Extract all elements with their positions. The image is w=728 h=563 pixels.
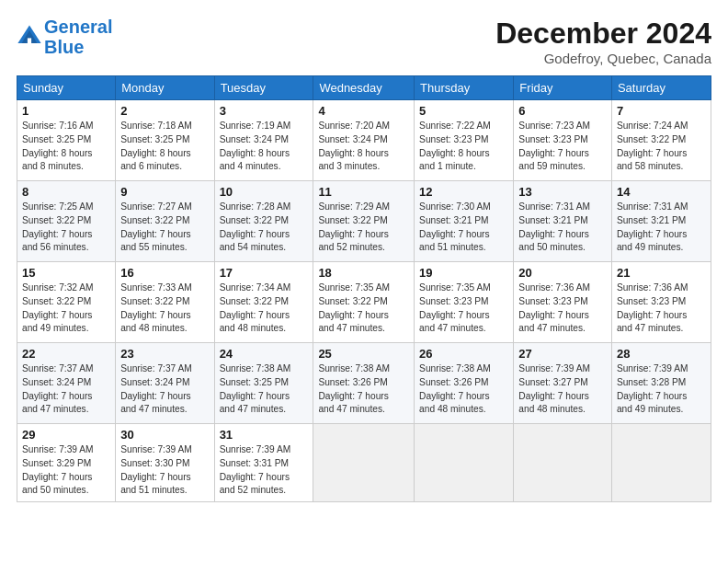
day-number: 23 — [120, 347, 209, 361]
logo-icon — [17, 24, 42, 50]
day-number: 21 — [617, 266, 706, 280]
day-info: Sunrise: 7:39 AMSunset: 3:31 PMDaylight:… — [220, 443, 309, 498]
title-block: December 2024 Godefroy, Quebec, Canada — [495, 17, 711, 66]
calendar-day-cell: 3Sunrise: 7:19 AMSunset: 3:24 PMDaylight… — [214, 100, 313, 181]
day-number: 16 — [120, 266, 209, 280]
day-info: Sunrise: 7:38 AMSunset: 3:26 PMDaylight:… — [318, 362, 409, 417]
calendar-day-cell: 16Sunrise: 7:33 AMSunset: 3:22 PMDayligh… — [116, 262, 214, 343]
day-info: Sunrise: 7:37 AMSunset: 3:24 PMDaylight:… — [120, 362, 209, 417]
calendar-table: SundayMondayTuesdayWednesdayThursdayFrid… — [17, 75, 711, 502]
day-info: Sunrise: 7:18 AMSunset: 3:25 PMDaylight:… — [120, 120, 209, 174]
calendar-day-cell: 17Sunrise: 7:34 AMSunset: 3:22 PMDayligh… — [214, 262, 313, 343]
day-number: 10 — [220, 185, 309, 199]
calendar-day-cell: 6Sunrise: 7:23 AMSunset: 3:23 PMDaylight… — [514, 100, 612, 181]
calendar-week-row: 8Sunrise: 7:25 AMSunset: 3:22 PMDaylight… — [17, 181, 711, 262]
logo-text: GeneralBlue — [44, 17, 112, 57]
day-info: Sunrise: 7:29 AMSunset: 3:22 PMDaylight:… — [318, 201, 409, 255]
day-number: 9 — [120, 185, 209, 199]
day-info: Sunrise: 7:36 AMSunset: 3:23 PMDaylight:… — [518, 282, 607, 336]
day-info: Sunrise: 7:36 AMSunset: 3:23 PMDaylight:… — [617, 282, 706, 336]
day-number: 27 — [518, 347, 607, 361]
day-number: 11 — [318, 185, 409, 199]
day-info: Sunrise: 7:35 AMSunset: 3:22 PMDaylight:… — [318, 282, 409, 336]
weekday-header-row: SundayMondayTuesdayWednesdayThursdayFrid… — [17, 76, 711, 100]
day-number: 28 — [617, 347, 706, 361]
day-info: Sunrise: 7:28 AMSunset: 3:22 PMDaylight:… — [220, 201, 309, 255]
day-info: Sunrise: 7:23 AMSunset: 3:23 PMDaylight:… — [518, 120, 607, 174]
day-info: Sunrise: 7:37 AMSunset: 3:24 PMDaylight:… — [22, 362, 110, 417]
calendar-day-cell: 8Sunrise: 7:25 AMSunset: 3:22 PMDaylight… — [17, 181, 116, 262]
calendar-day-cell: 22Sunrise: 7:37 AMSunset: 3:24 PMDayligh… — [17, 343, 116, 424]
weekday-header-friday: Friday — [514, 76, 612, 100]
day-info: Sunrise: 7:31 AMSunset: 3:21 PMDaylight:… — [617, 201, 706, 255]
day-number: 22 — [22, 347, 110, 361]
weekday-header-saturday: Saturday — [611, 76, 711, 100]
calendar-day-cell: 18Sunrise: 7:35 AMSunset: 3:22 PMDayligh… — [313, 262, 415, 343]
day-number: 20 — [518, 266, 607, 280]
calendar-day-cell: 12Sunrise: 7:30 AMSunset: 3:21 PMDayligh… — [415, 181, 514, 262]
day-number: 7 — [617, 104, 706, 118]
day-number: 29 — [22, 428, 110, 442]
day-number: 15 — [22, 266, 110, 280]
calendar-week-row: 15Sunrise: 7:32 AMSunset: 3:22 PMDayligh… — [17, 262, 711, 343]
day-number: 6 — [518, 104, 607, 118]
day-info: Sunrise: 7:39 AMSunset: 3:28 PMDaylight:… — [617, 362, 706, 417]
day-number: 8 — [22, 185, 110, 199]
calendar-day-cell: 19Sunrise: 7:35 AMSunset: 3:23 PMDayligh… — [415, 262, 514, 343]
calendar-day-cell: 30Sunrise: 7:39 AMSunset: 3:30 PMDayligh… — [116, 424, 214, 502]
day-number: 19 — [419, 266, 508, 280]
day-info: Sunrise: 7:30 AMSunset: 3:21 PMDaylight:… — [419, 201, 508, 255]
day-number: 31 — [220, 428, 309, 442]
calendar-day-cell: 31Sunrise: 7:39 AMSunset: 3:31 PMDayligh… — [214, 424, 313, 502]
calendar-day-cell: 15Sunrise: 7:32 AMSunset: 3:22 PMDayligh… — [17, 262, 116, 343]
weekday-header-monday: Monday — [116, 76, 214, 100]
calendar-day-cell: 9Sunrise: 7:27 AMSunset: 3:22 PMDaylight… — [116, 181, 214, 262]
calendar-day-cell: 7Sunrise: 7:24 AMSunset: 3:22 PMDaylight… — [611, 100, 711, 181]
day-number: 26 — [419, 347, 508, 361]
calendar-day-cell — [415, 424, 514, 502]
calendar-day-cell: 14Sunrise: 7:31 AMSunset: 3:21 PMDayligh… — [611, 181, 711, 262]
calendar-day-cell: 24Sunrise: 7:38 AMSunset: 3:25 PMDayligh… — [214, 343, 313, 424]
calendar-day-cell: 2Sunrise: 7:18 AMSunset: 3:25 PMDaylight… — [116, 100, 214, 181]
day-number: 14 — [617, 185, 706, 199]
weekday-header-tuesday: Tuesday — [214, 76, 313, 100]
day-number: 1 — [22, 104, 110, 118]
calendar-day-cell: 1Sunrise: 7:16 AMSunset: 3:25 PMDaylight… — [17, 100, 116, 181]
calendar-day-cell: 27Sunrise: 7:39 AMSunset: 3:27 PMDayligh… — [514, 343, 612, 424]
calendar-day-cell: 23Sunrise: 7:37 AMSunset: 3:24 PMDayligh… — [116, 343, 214, 424]
day-info: Sunrise: 7:22 AMSunset: 3:23 PMDaylight:… — [419, 120, 508, 174]
day-number: 2 — [120, 104, 209, 118]
day-number: 17 — [220, 266, 309, 280]
page-header: GeneralBlue December 2024 Godefroy, Queb… — [17, 17, 711, 66]
day-number: 25 — [318, 347, 409, 361]
day-info: Sunrise: 7:20 AMSunset: 3:24 PMDaylight:… — [318, 120, 409, 174]
day-number: 12 — [419, 185, 508, 199]
month-year: December 2024 — [495, 17, 711, 51]
calendar-day-cell: 20Sunrise: 7:36 AMSunset: 3:23 PMDayligh… — [514, 262, 612, 343]
day-info: Sunrise: 7:39 AMSunset: 3:29 PMDaylight:… — [22, 443, 110, 498]
calendar-week-row: 1Sunrise: 7:16 AMSunset: 3:25 PMDaylight… — [17, 100, 711, 181]
day-number: 24 — [220, 347, 309, 361]
day-info: Sunrise: 7:34 AMSunset: 3:22 PMDaylight:… — [220, 282, 309, 336]
day-info: Sunrise: 7:33 AMSunset: 3:22 PMDaylight:… — [120, 282, 209, 336]
day-info: Sunrise: 7:39 AMSunset: 3:30 PMDaylight:… — [120, 443, 209, 498]
calendar-week-row: 29Sunrise: 7:39 AMSunset: 3:29 PMDayligh… — [17, 424, 711, 502]
calendar-day-cell: 25Sunrise: 7:38 AMSunset: 3:26 PMDayligh… — [313, 343, 415, 424]
day-info: Sunrise: 7:38 AMSunset: 3:25 PMDaylight:… — [220, 362, 309, 417]
day-info: Sunrise: 7:35 AMSunset: 3:23 PMDaylight:… — [419, 282, 508, 336]
calendar-day-cell: 5Sunrise: 7:22 AMSunset: 3:23 PMDaylight… — [415, 100, 514, 181]
day-info: Sunrise: 7:27 AMSunset: 3:22 PMDaylight:… — [120, 201, 209, 255]
calendar-week-row: 22Sunrise: 7:37 AMSunset: 3:24 PMDayligh… — [17, 343, 711, 424]
location: Godefroy, Quebec, Canada — [495, 51, 711, 66]
day-info: Sunrise: 7:38 AMSunset: 3:26 PMDaylight:… — [419, 362, 508, 417]
day-info: Sunrise: 7:25 AMSunset: 3:22 PMDaylight:… — [22, 201, 110, 255]
day-number: 3 — [220, 104, 309, 118]
calendar-day-cell: 11Sunrise: 7:29 AMSunset: 3:22 PMDayligh… — [313, 181, 415, 262]
day-info: Sunrise: 7:19 AMSunset: 3:24 PMDaylight:… — [220, 120, 309, 174]
day-info: Sunrise: 7:31 AMSunset: 3:21 PMDaylight:… — [518, 201, 607, 255]
calendar-day-cell — [313, 424, 415, 502]
day-number: 5 — [419, 104, 508, 118]
logo: GeneralBlue — [17, 17, 112, 57]
svg-rect-2 — [28, 38, 31, 43]
calendar-day-cell: 21Sunrise: 7:36 AMSunset: 3:23 PMDayligh… — [611, 262, 711, 343]
